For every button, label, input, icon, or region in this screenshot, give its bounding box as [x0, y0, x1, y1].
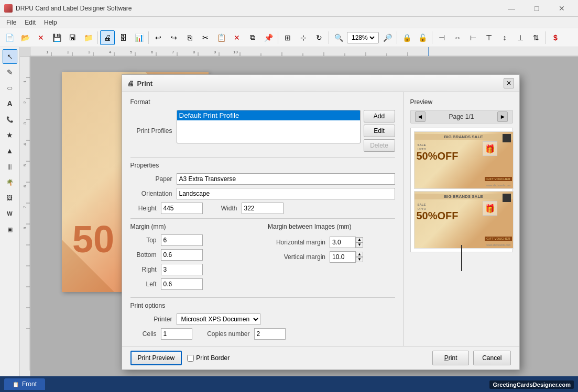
vert-spinner: ▲ ▼: [356, 252, 363, 262]
horiz-margin-input[interactable]: [330, 237, 356, 248]
open-folder-button[interactable]: 📁: [81, 30, 95, 45]
svg-rect-0: [30, 47, 578, 57]
prev-page-button[interactable]: ◄: [415, 111, 426, 122]
width-input[interactable]: [242, 203, 283, 214]
menu-file[interactable]: File: [2, 18, 20, 27]
picture-tool[interactable]: 🖼: [3, 191, 17, 205]
align-button[interactable]: ⊹: [296, 30, 311, 45]
select-tool[interactable]: ↖: [3, 49, 17, 64]
horiz-spinner-up[interactable]: ▲: [356, 237, 363, 242]
grid-button[interactable]: ⊞: [280, 30, 295, 45]
cut-button[interactable]: ✂: [198, 30, 213, 45]
minimize-button[interactable]: —: [499, 0, 524, 17]
delete-profile-button[interactable]: Delete: [364, 139, 395, 152]
currency-button[interactable]: $: [548, 30, 563, 45]
zoom-control[interactable]: 128% 100% 75% 50%: [347, 32, 379, 43]
menu-edit[interactable]: Edit: [20, 18, 40, 27]
print-border-check: Print Border: [187, 354, 230, 362]
left-margin-input[interactable]: [161, 278, 203, 290]
dialog-close-button[interactable]: ✕: [504, 78, 514, 88]
distribute-button[interactable]: ⇅: [529, 30, 543, 45]
cancel-button[interactable]: Cancel: [473, 351, 510, 365]
phone-tool[interactable]: 📞: [3, 112, 17, 127]
delete-button[interactable]: ✕: [230, 30, 244, 45]
copy-button[interactable]: ⎘: [182, 30, 197, 45]
svg-text:5: 5: [130, 50, 133, 54]
save-button[interactable]: 💾: [49, 30, 64, 45]
bottom-margin-input[interactable]: [161, 249, 203, 261]
print-border-checkbox[interactable]: [187, 355, 194, 362]
align-bottom-button[interactable]: ⊥: [513, 30, 528, 45]
lock-button[interactable]: 🔒: [399, 30, 414, 45]
profile-list[interactable]: Default Print Profile: [177, 110, 361, 143]
paper-input[interactable]: A3 Extra Transverse: [177, 173, 395, 185]
unlock-button[interactable]: 🔓: [415, 30, 430, 45]
align-top-button[interactable]: ⊤: [482, 30, 496, 45]
print-button-footer[interactable]: Print: [432, 351, 469, 365]
svg-text:2: 2: [23, 101, 27, 104]
maximize-button[interactable]: □: [525, 0, 549, 17]
format-section: Format Print Profiles Default Print Prof…: [130, 98, 395, 152]
printer-label: Printer: [130, 316, 172, 323]
next-page-button[interactable]: ►: [497, 111, 508, 122]
rect-tool[interactable]: ▣: [3, 222, 17, 237]
bottom-label: Bottom: [130, 251, 157, 259]
image-tool[interactable]: 🌴: [3, 175, 17, 189]
horiz-margin-spinner: ▲ ▼: [330, 237, 363, 248]
add-profile-button[interactable]: Add: [364, 110, 395, 122]
star-tool[interactable]: ★: [3, 128, 17, 142]
right-label: Right: [130, 266, 157, 273]
open-button[interactable]: 📂: [18, 30, 32, 45]
svg-text:10: 10: [233, 50, 238, 54]
barcode-tool[interactable]: |||: [3, 159, 17, 174]
vert-margin-label: Vertical margin: [268, 253, 325, 261]
rotate-button[interactable]: ↻: [312, 30, 326, 45]
close-file-button[interactable]: ✕: [34, 30, 48, 45]
print-button[interactable]: 🖨: [100, 30, 115, 45]
close-button[interactable]: ✕: [550, 0, 574, 17]
height-label: Height: [130, 205, 157, 212]
copies-input[interactable]: [254, 328, 286, 340]
zoom-out-button[interactable]: 🔎: [380, 30, 395, 45]
edit-profile-button[interactable]: Edit: [364, 125, 395, 137]
new-button[interactable]: 📄: [2, 30, 17, 45]
orientation-input[interactable]: [177, 188, 395, 199]
duplicate-button[interactable]: ⧉: [245, 30, 260, 45]
top-margin-input[interactable]: [161, 234, 203, 246]
vert-margin-input[interactable]: [330, 251, 356, 263]
preview-arrow-container: [456, 245, 467, 278]
triangle-tool[interactable]: ▲: [3, 143, 17, 158]
horiz-spinner-down[interactable]: ▼: [356, 242, 363, 248]
text-tool[interactable]: A: [3, 96, 17, 111]
print-preview-button[interactable]: Print Preview: [130, 351, 182, 365]
height-input[interactable]: [161, 203, 203, 214]
database2-button[interactable]: 📊: [132, 30, 146, 45]
cells-input[interactable]: [161, 328, 192, 340]
print-border-label: Print Border: [196, 354, 230, 362]
vert-spinner-down[interactable]: ▼: [356, 257, 363, 262]
align-left-button[interactable]: ⊣: [434, 30, 449, 45]
ellipse-tool[interactable]: ⬭: [3, 81, 17, 95]
pencil-tool[interactable]: ✎: [3, 65, 17, 80]
printer-select[interactable]: Microsoft XPS Document Writer: [177, 313, 260, 325]
vert-spinner-up[interactable]: ▲: [356, 252, 363, 257]
watermark: GreetingCardsDesigner.com: [489, 380, 574, 389]
redo-button[interactable]: ↪: [167, 30, 181, 45]
paste-button[interactable]: 📋: [214, 30, 228, 45]
card-big-number: 50: [72, 218, 114, 261]
zoom-select[interactable]: 128% 100% 75% 50%: [350, 33, 376, 42]
database-button[interactable]: 🗄: [116, 30, 130, 45]
front-tab[interactable]: 📋 Front: [4, 378, 45, 390]
right-margin-input[interactable]: [161, 264, 203, 275]
zoom-in-button[interactable]: 🔍: [331, 30, 346, 45]
undo-button[interactable]: ↩: [151, 30, 166, 45]
w-tool[interactable]: W: [3, 206, 17, 221]
align-center-button[interactable]: ↔: [450, 30, 465, 45]
cells-row: Cells: [130, 328, 192, 340]
svg-text:6: 6: [23, 185, 27, 187]
paste-special-button[interactable]: 📌: [261, 30, 276, 45]
align-middle-button[interactable]: ↕: [497, 30, 512, 45]
menu-help[interactable]: Help: [40, 18, 61, 27]
save-as-button[interactable]: 🖫: [65, 30, 80, 45]
align-right-button[interactable]: ⊢: [466, 30, 481, 45]
